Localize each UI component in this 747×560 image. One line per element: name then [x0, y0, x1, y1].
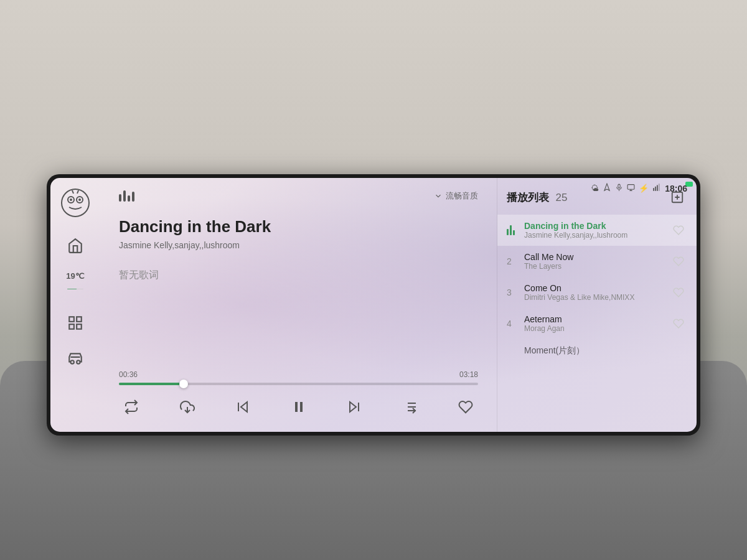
heart-button[interactable] [453, 394, 478, 419]
progress-fill [119, 383, 184, 385]
track-name-4: Aeternam [524, 314, 670, 324]
playlist-item-2[interactable]: 2 Call Me Now The Layers [497, 246, 697, 277]
track-number-2: 2 [507, 256, 524, 266]
sidebar-item-car[interactable] [62, 344, 90, 372]
playlist-item-4[interactable]: 4 Aeternam Morag Agan [497, 308, 697, 339]
svg-rect-8 [659, 184, 660, 191]
track-heart-4[interactable] [670, 315, 687, 332]
playback-controls [119, 394, 478, 419]
track-number-4: 4 [507, 319, 524, 329]
track-info-4: Aeternam Morag Agan [524, 314, 670, 333]
track-name-1: Dancing in the Dark [524, 221, 670, 231]
equalizer-icon[interactable] [119, 190, 134, 202]
player-main: 流畅音质 Dancing in the Dark Jasmine Kelly,s… [100, 178, 497, 432]
song-artist: Jasmine Kelly,sanjay,,lushroom [119, 240, 478, 250]
playlist-title-area: 播放列表 25 [507, 190, 567, 205]
track-artist-2: The Layers [524, 262, 670, 271]
skip-back-button[interactable] [230, 394, 255, 419]
svg-rect-19 [77, 317, 82, 322]
lyrics-area: 暂无歌词 [119, 269, 478, 282]
sidebar-item-apps[interactable] [62, 309, 90, 337]
progress-thumb [179, 380, 188, 388]
track-number-3: 3 [507, 287, 524, 297]
svg-rect-17 [67, 289, 77, 289]
temperature-value: 19℃ [66, 271, 84, 281]
svg-rect-18 [69, 317, 74, 322]
svg-marker-25 [241, 402, 247, 412]
status-time: 18:06 [665, 184, 687, 194]
nav-icon [603, 183, 611, 194]
playlist-item-1[interactable]: Dancing in the Dark Jasmine Kelly,sanjay… [497, 215, 697, 246]
bluetooth-icon: ⚡ [639, 184, 649, 193]
progress-area: 00:36 03:18 [119, 370, 478, 385]
svg-rect-28 [300, 402, 303, 412]
player-header: 流畅音质 [119, 190, 478, 202]
track-name-2: Call Me Now [524, 252, 670, 262]
status-bar: 🌤 ⚡ 18:06 [591, 183, 687, 194]
quality-label-text: 流畅音质 [446, 190, 478, 202]
download-button[interactable] [175, 394, 200, 419]
svg-point-13 [78, 198, 81, 201]
svg-point-23 [77, 360, 80, 363]
signal-icon [652, 183, 661, 194]
svg-point-12 [70, 198, 72, 201]
svg-rect-2 [627, 184, 634, 189]
track-name-3: Come On [524, 283, 670, 293]
track-name-5: Moment(片刻） [524, 345, 687, 357]
weather-icon: 🌤 [591, 184, 599, 193]
playlist-item-3[interactable]: 3 Come On Dimitri Vegas & Like Mike,NMIX… [497, 277, 697, 308]
track-heart-1[interactable] [670, 222, 687, 239]
sidebar: 19℃ [50, 178, 100, 432]
svg-rect-21 [77, 324, 82, 329]
track-artist-3: Dimitri Vegas & Like Mike,NMIXX [524, 293, 670, 302]
settings-icon [627, 184, 635, 194]
svg-rect-0 [618, 184, 620, 188]
playlist-title: 播放列表 [507, 192, 549, 203]
progress-bar[interactable] [119, 383, 478, 385]
svg-point-22 [70, 360, 73, 363]
repeat-button[interactable] [119, 394, 144, 419]
track-artist-1: Jasmine Kelly,sanjay,,lushroom [524, 231, 670, 240]
track-number-1 [507, 225, 524, 235]
svg-rect-27 [295, 402, 298, 412]
quality-selector[interactable]: 流畅音质 [434, 190, 478, 202]
car-background: 🌤 ⚡ 18:06 [0, 0, 747, 560]
track-heart-3[interactable] [670, 284, 687, 301]
svg-line-15 [77, 190, 78, 194]
svg-marker-29 [350, 402, 356, 412]
track-artist-4: Morag Agan [524, 324, 670, 333]
playlist-panel: 播放列表 25 Dancing in the Dark [497, 178, 697, 432]
sidebar-item-weather[interactable]: 19℃ [62, 267, 90, 301]
skip-forward-button[interactable] [342, 394, 367, 419]
svg-rect-7 [657, 185, 658, 191]
track-info-3: Come On Dimitri Vegas & Like Mike,NMIXX [524, 283, 670, 302]
queue-button[interactable] [398, 394, 423, 419]
track-info-1: Dancing in the Dark Jasmine Kelly,sanjay… [524, 221, 670, 240]
track-info-5: Moment(片刻） [524, 345, 687, 357]
app-logo[interactable] [60, 187, 91, 218]
svg-line-14 [72, 190, 73, 194]
sidebar-item-home[interactable] [62, 231, 90, 259]
track-heart-2[interactable] [670, 253, 687, 270]
track-info-2: Call Me Now The Layers [524, 252, 670, 271]
svg-rect-5 [653, 188, 654, 191]
play-pause-button[interactable] [286, 394, 311, 419]
svg-rect-20 [69, 324, 74, 329]
mic-icon [615, 184, 623, 194]
screen-container: 🌤 ⚡ 18:06 [47, 174, 700, 436]
time-row: 00:36 03:18 [119, 370, 478, 379]
svg-point-9 [62, 189, 89, 217]
total-time: 03:18 [459, 370, 478, 379]
current-time: 00:36 [119, 370, 138, 379]
screen: 🌤 ⚡ 18:06 [50, 178, 697, 432]
song-title: Dancing in the Dark [119, 217, 478, 236]
playlist-item-5[interactable]: Moment(片刻） [497, 339, 697, 363]
playlist-count: 25 [555, 192, 567, 203]
svg-rect-6 [655, 187, 656, 191]
